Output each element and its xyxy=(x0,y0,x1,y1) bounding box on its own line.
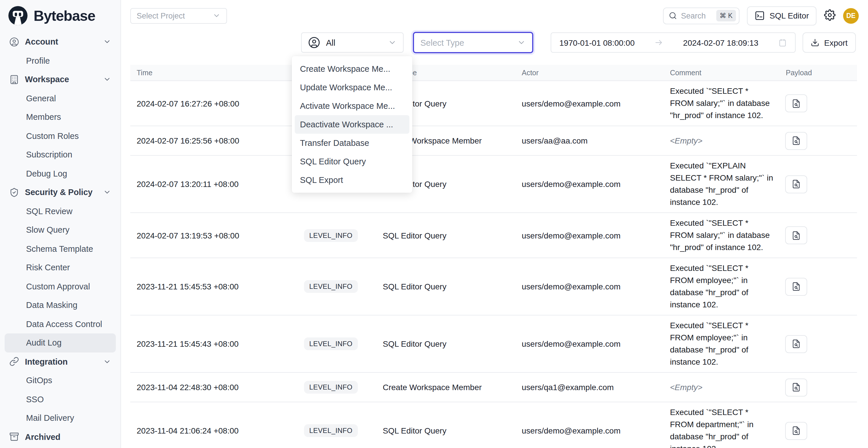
cell-payload xyxy=(779,378,857,396)
date-range-picker[interactable]: 1970-01-01 08:00:00 2024-02-07 18:09:13 xyxy=(551,32,796,53)
user-circle-icon xyxy=(9,37,19,47)
dropdown-item-sql-editor-query[interactable]: SQL Editor Query xyxy=(295,152,409,171)
avatar[interactable]: DE xyxy=(843,8,859,24)
payload-view-button[interactable] xyxy=(785,378,807,396)
file-search-icon xyxy=(792,180,801,189)
dropdown-item-deactivate-workspace[interactable]: Deactivate Workspace ... xyxy=(295,115,409,134)
file-search-icon xyxy=(792,426,801,435)
cell-actor: users/demo@example.com xyxy=(515,426,663,435)
search-input[interactable]: Search ⌘ K xyxy=(663,7,739,24)
file-search-icon xyxy=(792,231,801,240)
sidebar-item-sso[interactable]: SSO xyxy=(5,390,116,409)
user-circle-icon xyxy=(308,36,320,49)
sidebar-section-label: Archived xyxy=(25,433,111,442)
sidebar-item-custom-roles[interactable]: Custom Roles xyxy=(5,126,116,145)
brand-name: Bytebase xyxy=(34,7,95,24)
chevron-down-icon xyxy=(388,38,397,47)
cell-comment: Executed `"SELECT * FROM employee;"` in … xyxy=(663,262,774,311)
sql-editor-label: SQL Editor xyxy=(770,11,809,20)
chevron-down-icon xyxy=(213,11,221,20)
sidebar-section-workspace[interactable]: Workspace xyxy=(5,70,116,89)
payload-view-button[interactable] xyxy=(785,226,807,244)
cell-audit-type: SQL Editor Query xyxy=(376,426,515,435)
chevron-down-icon xyxy=(103,188,111,196)
table-row: 2023-11-04 22:48:30 +08:00LEVEL_INFOCrea… xyxy=(130,373,857,402)
sidebar-section-security-policy[interactable]: Security & Policy xyxy=(5,183,116,202)
sidebar-section-account[interactable]: Account xyxy=(5,32,116,51)
sidebar-item-schema-template[interactable]: Schema Template xyxy=(5,239,116,258)
shield-check-icon xyxy=(9,188,19,197)
cell-actor: users/demo@example.com xyxy=(515,180,663,189)
dropdown-item-create-workspace-me[interactable]: Create Workspace Me... xyxy=(295,60,409,78)
cell-time: 2023-11-21 15:45:43 +08:00 xyxy=(130,339,297,348)
cell-audit-type: Create Workspace Member xyxy=(376,383,515,392)
search-icon xyxy=(669,11,677,20)
cell-audit-level: LEVEL_INFO xyxy=(297,280,376,293)
date-from-value: 1970-01-01 08:00:00 xyxy=(559,38,634,47)
cell-time: 2024-02-07 13:19:53 +08:00 xyxy=(130,231,297,240)
sidebar-item-debug-log[interactable]: Debug Log xyxy=(5,164,116,183)
cell-payload xyxy=(779,278,857,295)
file-search-icon xyxy=(792,383,801,392)
sidebar-item-custom-approval[interactable]: Custom Approval xyxy=(5,277,116,296)
sidebar-item-slow-query[interactable]: Slow Query xyxy=(5,221,116,239)
audit-log-table: Time Audit Level Audit Type Actor Commen… xyxy=(130,65,857,448)
sidebar-item-audit-log[interactable]: Audit Log xyxy=(5,333,116,352)
sidebar-item-data-masking[interactable]: Data Masking xyxy=(5,296,116,315)
payload-view-button[interactable] xyxy=(785,175,807,193)
sidebar-item-general[interactable]: General xyxy=(5,89,116,108)
sidebar-section-label: Workspace xyxy=(25,75,103,84)
dropdown-item-sql-export[interactable]: SQL Export xyxy=(295,171,409,189)
file-search-icon xyxy=(792,136,801,145)
cell-audit-level: LEVEL_INFO xyxy=(297,338,376,350)
actor-filter-select[interactable]: All xyxy=(301,32,404,53)
payload-view-button[interactable] xyxy=(785,422,807,440)
sidebar-item-members[interactable]: Members xyxy=(5,108,116,126)
column-header-actor: Actor xyxy=(515,69,663,77)
sidebar-item-sql-review[interactable]: SQL Review xyxy=(5,202,116,221)
cell-audit-type: SQL Editor Query xyxy=(376,339,515,348)
archive-icon xyxy=(9,432,19,442)
sidebar-section-integration[interactable]: Integration xyxy=(5,352,116,371)
cell-actor: users/demo@example.com xyxy=(515,231,663,240)
cell-audit-level: LEVEL_INFO xyxy=(297,424,376,437)
column-header-payload: Payload xyxy=(779,69,857,77)
cell-payload xyxy=(779,94,857,112)
payload-view-button[interactable] xyxy=(785,335,807,353)
payload-view-button[interactable] xyxy=(785,132,807,150)
sidebar-item-profile[interactable]: Profile xyxy=(5,51,116,70)
payload-view-button[interactable] xyxy=(785,278,807,295)
sidebar-item-risk-center[interactable]: Risk Center xyxy=(5,258,116,277)
cell-time: 2024-02-07 13:20:11 +08:00 xyxy=(130,180,297,189)
type-filter-placeholder: Select Type xyxy=(421,38,464,47)
sidebar-item-mail-delivery[interactable]: Mail Delivery xyxy=(5,409,116,427)
search-placeholder: Search xyxy=(681,11,712,20)
file-search-icon xyxy=(792,282,801,291)
payload-view-button[interactable] xyxy=(785,94,807,112)
cell-time: 2024-02-07 16:25:56 +08:00 xyxy=(130,136,297,145)
sql-editor-button[interactable]: SQL Editor xyxy=(747,6,816,25)
cell-payload xyxy=(779,226,857,244)
cell-actor: users/demo@example.com xyxy=(515,99,663,108)
dropdown-item-update-workspace-me[interactable]: Update Workspace Me... xyxy=(295,78,409,97)
gear-icon xyxy=(824,9,836,21)
cell-audit-type: SQL Editor Query xyxy=(376,282,515,291)
dropdown-item-transfer-database[interactable]: Transfer Database xyxy=(295,134,409,152)
sidebar-section-archived[interactable]: Archived xyxy=(5,427,116,446)
audit-level-badge: LEVEL_INFO xyxy=(304,229,358,242)
brand-logo[interactable]: Bytebase xyxy=(0,0,120,31)
sidebar-item-subscription[interactable]: Subscription xyxy=(5,145,116,164)
audit-level-badge: LEVEL_INFO xyxy=(304,424,358,437)
sidebar-item-data-access-control[interactable]: Data Access Control xyxy=(5,315,116,333)
sidebar: Bytebase AccountProfileWorkspaceGeneralM… xyxy=(0,0,121,448)
audit-level-badge: LEVEL_INFO xyxy=(304,338,358,350)
sidebar-item-gitops[interactable]: GitOps xyxy=(5,371,116,390)
calendar-icon xyxy=(778,38,787,47)
type-filter-select[interactable]: Select Type xyxy=(413,32,533,53)
project-select[interactable]: Select Project xyxy=(130,8,227,24)
file-search-icon xyxy=(792,99,801,108)
settings-button[interactable] xyxy=(824,9,836,22)
export-button[interactable]: Export xyxy=(803,32,856,53)
audit-level-badge: LEVEL_INFO xyxy=(304,280,358,293)
dropdown-item-activate-workspace-me[interactable]: Activate Workspace Me... xyxy=(295,97,409,115)
